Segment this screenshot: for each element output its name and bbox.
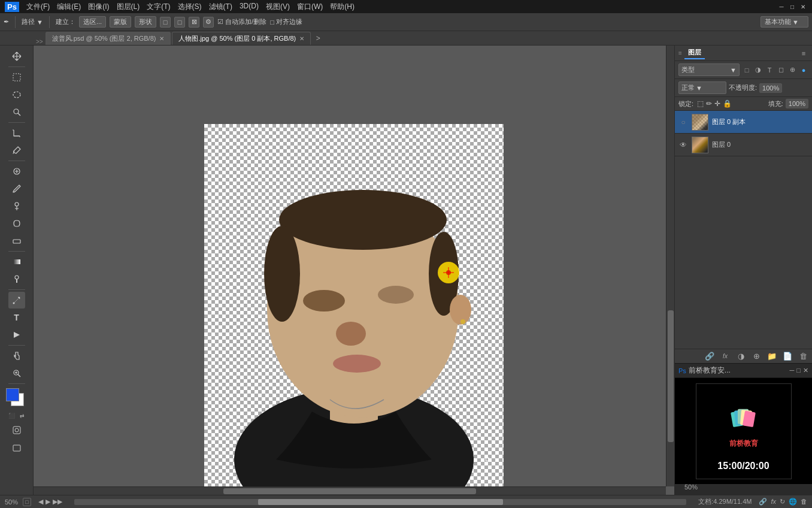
create-mask-button[interactable]: 蒙版 bbox=[110, 16, 131, 28]
play-button[interactable]: ▶ bbox=[46, 498, 50, 506]
brush-tool[interactable] bbox=[8, 180, 25, 197]
path-selection-tool[interactable] bbox=[8, 326, 25, 343]
pen-tool[interactable] bbox=[8, 292, 25, 309]
filter-toggle[interactable]: ● bbox=[799, 65, 808, 75]
align-edges-checkbox[interactable]: □ 对齐边缘 bbox=[270, 17, 302, 26]
new-adjustment-button[interactable]: ⊕ bbox=[751, 351, 762, 362]
video-minimize-button[interactable]: ─ bbox=[790, 367, 795, 374]
path-arrow[interactable]: ▼ bbox=[37, 19, 43, 26]
layer-visibility-copy[interactable]: ○ bbox=[678, 117, 688, 127]
blend-mode-dropdown[interactable]: 正常 ▼ bbox=[678, 81, 726, 94]
h-scroll-thumb[interactable] bbox=[223, 488, 476, 494]
delete-icon[interactable]: 🗑 bbox=[801, 498, 807, 506]
filter-smart-icon[interactable]: ⊕ bbox=[787, 65, 797, 75]
video-restore-button[interactable]: □ bbox=[796, 367, 801, 374]
video-thumbnail[interactable]: 前桥教育 15:00/20:00 bbox=[696, 383, 792, 479]
fx-icon[interactable]: fx bbox=[771, 498, 776, 506]
delete-layer-button[interactable]: 🗑 bbox=[798, 351, 808, 362]
h-scrollbar-thumb[interactable] bbox=[258, 499, 503, 505]
default-colors-icon[interactable]: ⬛ bbox=[8, 413, 15, 419]
menu-help[interactable]: 帮助(H) bbox=[330, 2, 355, 12]
fill-value[interactable]: 100% bbox=[786, 99, 808, 108]
link-icon[interactable]: 🔗 bbox=[759, 498, 767, 506]
layer-item-copy[interactable]: ○ 图层 0 副本 bbox=[675, 111, 812, 134]
opacity-value[interactable]: 100% bbox=[759, 83, 782, 93]
menu-text[interactable]: 文字(T) bbox=[147, 2, 170, 12]
auto-add-checkbox[interactable]: ☑ 自动添加/删除 bbox=[217, 17, 266, 26]
layers-tab[interactable]: 图层 bbox=[684, 47, 705, 59]
tab-renwutu-close[interactable]: ✕ bbox=[299, 35, 304, 42]
layer-item-0[interactable]: 👁 图层 0 bbox=[675, 134, 812, 156]
eyedropper-tool[interactable] bbox=[8, 142, 25, 159]
maximize-button[interactable]: □ bbox=[788, 2, 796, 11]
menu-select[interactable]: 选择(S) bbox=[178, 2, 202, 12]
next-frame-button[interactable]: ▶▶ bbox=[53, 498, 62, 506]
crop-tool[interactable] bbox=[8, 125, 25, 141]
horizontal-scrollbar[interactable] bbox=[34, 486, 666, 495]
lasso-tool[interactable] bbox=[8, 86, 25, 103]
swap-colors-icon[interactable]: ⇄ bbox=[20, 413, 25, 419]
panel-expand-icon[interactable]: ≡ bbox=[678, 50, 682, 56]
canvas-image[interactable] bbox=[204, 124, 504, 489]
screen-mode-tool[interactable] bbox=[8, 440, 25, 456]
layer-type-dropdown[interactable]: 类型 ▼ bbox=[678, 64, 740, 76]
minimize-button[interactable]: ─ bbox=[777, 2, 786, 11]
menu-layer[interactable]: 图层(L) bbox=[117, 2, 140, 12]
quick-mask-tool[interactable] bbox=[8, 422, 25, 439]
eraser-tool[interactable] bbox=[8, 232, 25, 249]
move-tool[interactable] bbox=[8, 48, 25, 65]
layer-visibility-0[interactable]: 👁 bbox=[678, 140, 688, 150]
menu-3d[interactable]: 3D(D) bbox=[240, 2, 259, 12]
tab-bopufeng-close[interactable]: ✕ bbox=[159, 35, 164, 42]
path-align-icon[interactable]: □ bbox=[174, 17, 185, 28]
h-scrollbar-area[interactable] bbox=[69, 499, 691, 505]
new-group-button[interactable]: 📁 bbox=[766, 351, 777, 362]
spot-healing-tool[interactable] bbox=[8, 163, 25, 180]
menu-window[interactable]: 窗口(W) bbox=[297, 2, 323, 12]
lock-transparent-icon[interactable]: ⬚ bbox=[697, 99, 704, 108]
path-arrange-icon[interactable]: ⊠ bbox=[189, 17, 199, 28]
history-brush-tool[interactable] bbox=[8, 215, 25, 232]
add-mask-button[interactable]: ◑ bbox=[735, 351, 746, 362]
h-scrollbar-track[interactable] bbox=[74, 499, 686, 505]
dodge-tool[interactable] bbox=[8, 271, 25, 288]
new-layer-button[interactable]: 📄 bbox=[782, 351, 793, 362]
menu-bar[interactable]: 文件(F) 编辑(E) 图像(I) 图层(L) 文字(T) 选择(S) 滤镜(T… bbox=[26, 2, 355, 12]
menu-filter[interactable]: 滤镜(T) bbox=[209, 2, 232, 12]
create-shape-button[interactable]: 形状 bbox=[135, 16, 156, 28]
lock-pixels-icon[interactable]: ✏ bbox=[706, 99, 712, 108]
filter-pixel-icon[interactable]: □ bbox=[742, 65, 752, 75]
tab-renwutu[interactable]: 人物图.jpg @ 50% (图层 0 副本, RGB/8) ✕ bbox=[172, 32, 311, 45]
tab-scroll-right[interactable]: > bbox=[312, 32, 324, 45]
menu-file[interactable]: 文件(F) bbox=[26, 2, 50, 12]
close-button[interactable]: ✕ bbox=[799, 2, 807, 11]
filter-adjustment-icon[interactable]: ◑ bbox=[753, 65, 763, 75]
filter-shape-icon[interactable]: ◻ bbox=[776, 65, 786, 75]
create-selection-button[interactable]: 选区... bbox=[79, 16, 106, 28]
video-close-button[interactable]: ✕ bbox=[803, 367, 808, 374]
tab-bopufeng[interactable]: 波普风.psd @ 50% (图层 2, RGB/8) ✕ bbox=[46, 32, 171, 45]
rotate-icon[interactable]: ↻ bbox=[780, 498, 785, 506]
prev-frame-button[interactable]: ◀ bbox=[38, 498, 43, 506]
zoom-tool[interactable] bbox=[8, 365, 25, 382]
vertical-scrollbar[interactable] bbox=[666, 46, 674, 486]
path-ops-icon[interactable]: □ bbox=[160, 17, 171, 28]
workspace-selector[interactable]: 基本功能 ▼ bbox=[761, 16, 808, 28]
clone-stamp-tool[interactable] bbox=[8, 198, 25, 214]
tabs-expand-arrow[interactable]: >> bbox=[36, 38, 43, 45]
settings-icon[interactable]: ⚙ bbox=[203, 17, 214, 28]
lock-all-icon[interactable]: 🔒 bbox=[723, 99, 732, 108]
color-swatch-area[interactable] bbox=[6, 388, 28, 410]
menu-image[interactable]: 图像(I) bbox=[88, 2, 109, 12]
canvas-area[interactable] bbox=[34, 46, 674, 495]
hand-tool[interactable] bbox=[8, 347, 25, 364]
quick-select-tool[interactable] bbox=[8, 104, 25, 120]
menu-edit[interactable]: 编辑(E) bbox=[57, 2, 81, 12]
canvas-scroll[interactable] bbox=[34, 46, 674, 495]
lock-position-icon[interactable]: ✛ bbox=[714, 99, 720, 108]
marquee-tool[interactable] bbox=[8, 69, 25, 86]
filter-text-icon[interactable]: T bbox=[765, 65, 774, 75]
window-controls[interactable]: ─ □ ✕ bbox=[777, 2, 807, 11]
link-layers-button[interactable]: 🔗 bbox=[704, 351, 715, 362]
add-style-button[interactable]: fx bbox=[720, 351, 731, 362]
